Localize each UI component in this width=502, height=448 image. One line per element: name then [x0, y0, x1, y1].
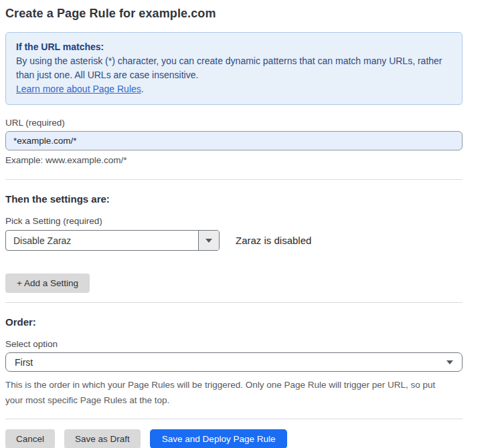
setting-status-text: Zaraz is disabled — [236, 235, 311, 246]
order-section-heading: Order: — [5, 316, 463, 328]
page-title: Create a Page Rule for example.com — [5, 7, 463, 21]
form-actions: Cancel Save as Draft Save and Deploy Pag… — [5, 429, 463, 448]
setting-row: Disable Zaraz Zaraz is disabled — [5, 230, 463, 251]
learn-more-link[interactable]: Learn more about Page Rules — [16, 84, 141, 94]
page-rule-form: Create a Page Rule for example.com If th… — [5, 0, 463, 448]
pick-setting-label: Pick a Setting (required) — [5, 216, 463, 226]
link-suffix: . — [141, 84, 144, 94]
setting-select-value: Disable Zaraz — [6, 231, 198, 250]
dropdown-arrow-icon — [446, 360, 453, 364]
order-select[interactable]: First — [5, 352, 463, 372]
order-help-text: This is the order in which your Page Rul… — [5, 377, 454, 408]
setting-select-button[interactable] — [198, 231, 219, 250]
url-field-hint: Example: www.example.com/* — [5, 155, 463, 165]
divider — [5, 419, 463, 419]
info-box-heading: If the URL matches: — [16, 40, 452, 54]
save-as-draft-button[interactable]: Save as Draft — [64, 429, 141, 448]
cancel-button[interactable]: Cancel — [5, 429, 55, 448]
divider — [5, 302, 463, 303]
order-select-label: Select option — [5, 339, 463, 349]
order-select-value: First — [15, 357, 446, 368]
setting-select[interactable]: Disable Zaraz — [5, 230, 220, 251]
info-box-body: By using the asterisk (*) character, you… — [16, 54, 452, 82]
dropdown-arrow-icon — [205, 239, 212, 243]
url-field-label: URL (required) — [5, 118, 463, 128]
url-matches-info-box: If the URL matches: By using the asteris… — [5, 32, 463, 105]
url-input[interactable] — [5, 131, 463, 150]
divider — [5, 179, 463, 180]
save-and-deploy-button[interactable]: Save and Deploy Page Rule — [150, 429, 288, 448]
settings-section-heading: Then the settings are: — [5, 193, 463, 205]
info-box-link-line: Learn more about Page Rules. — [16, 82, 452, 96]
add-setting-button[interactable]: + Add a Setting — [5, 273, 90, 293]
